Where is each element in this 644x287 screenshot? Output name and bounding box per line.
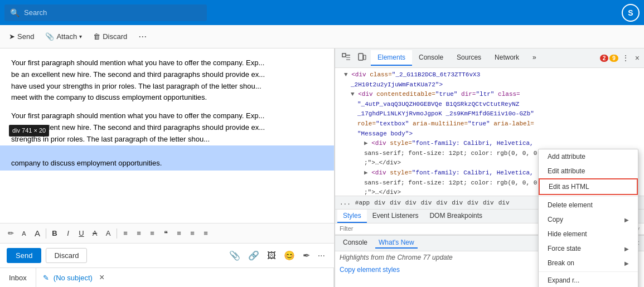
breadcrumb-div-1[interactable]: div [374, 200, 385, 206]
ctx-add-attribute[interactable]: Add attribute [539, 149, 638, 164]
format-pencil-button[interactable]: ✏ [4, 227, 17, 239]
trash-icon: 🗑 [93, 32, 100, 41]
tab-event-listeners[interactable]: Event Listeners [367, 210, 424, 223]
ctx-separator-1 [539, 196, 638, 197]
ctx-expand[interactable]: Expand r... [539, 273, 638, 287]
email-toolbar: ➤ Send 📎 Attach ▾ 🗑 Discard ··· [0, 25, 644, 48]
format-align-left-button[interactable]: ≡ [119, 227, 132, 239]
breadcrumb-div-6[interactable]: div [452, 200, 463, 206]
emoji-icon-button[interactable]: 😊 [282, 248, 297, 263]
tab-whats-new[interactable]: What's New [375, 237, 418, 249]
devtools-topbar: Elements Console Sources Network » 2 9 ⋮… [335, 48, 644, 68]
ctx-delete-element[interactable]: Delete element [539, 198, 638, 212]
code-line-3[interactable]: ▼ <div contenteditable="true" dir="ltr" … [335, 90, 644, 100]
ctx-separator-2 [539, 271, 638, 272]
skype-icon[interactable]: S [622, 4, 640, 22]
selected-text-line: company to discuss employment opportunit… [0, 145, 334, 171]
format-underline-button[interactable]: U [75, 227, 88, 239]
compose-bottom-bar: Send Discard 📎 🔗 🖼 😊 ✒ ··· [0, 243, 334, 267]
format-font-size-button[interactable]: A [18, 228, 30, 239]
format-separator-1 [46, 228, 46, 239]
breadcrumb-div-9[interactable]: div [498, 200, 510, 206]
breadcrumb-div-8[interactable]: div [483, 200, 494, 206]
code-line-8[interactable]: ▶ <div style="font-family: Calibri, Helv… [335, 139, 644, 149]
format-indent-button[interactable]: ❝ [159, 227, 172, 239]
main-area: Your first paragraph should mention what… [0, 48, 644, 287]
send-button[interactable]: Send [7, 248, 41, 263]
close-tab-button[interactable]: × [99, 273, 104, 283]
context-menu: Add attribute Edit attribute Edit as HTM… [538, 149, 638, 287]
device-toggle-button[interactable] [355, 51, 369, 66]
tab-dom-breakpoints[interactable]: DOM Breakpoints [424, 210, 488, 223]
image-icon-button[interactable]: 🖼 [265, 249, 278, 263]
send-toolbar-button[interactable]: ➤ Send [4, 30, 38, 43]
ctx-edit-as-html[interactable]: Edit as HTML [539, 178, 638, 195]
subject-text: (No subject) [54, 274, 93, 282]
ctx-edit-attribute[interactable]: Edit attribute [539, 164, 638, 178]
ctx-copy[interactable]: Copy ▶ [539, 212, 638, 227]
format-strikethrough-button[interactable]: A [89, 227, 101, 239]
breadcrumb-ellipsis[interactable]: ... [340, 200, 351, 206]
email-topbar: 🔍 Search S [0, 0, 644, 25]
ctx-hide-element[interactable]: Hide element [539, 227, 638, 241]
svg-rect-0 [342, 53, 346, 57]
breadcrumb-div-3[interactable]: div [405, 200, 417, 206]
format-font-size-up-button[interactable]: A [31, 227, 43, 240]
ctx-break-on[interactable]: Break on ▶ [539, 256, 638, 270]
discard-button[interactable]: 🗑 Discard [89, 30, 132, 43]
inspect-element-button[interactable] [340, 51, 353, 66]
tab-elements[interactable]: Elements [371, 50, 412, 66]
format-list-num-button[interactable]: ≡ [186, 227, 198, 239]
format-separator-2 [117, 228, 117, 239]
element-tooltip: div 741 × 20 [9, 125, 49, 137]
ctx-force-state[interactable]: Force state ▶ [539, 241, 638, 256]
breadcrumb-app[interactable]: #app [355, 200, 370, 206]
discard-btn[interactable]: Discard [46, 248, 87, 263]
inbox-tab[interactable]: Inbox [0, 268, 36, 287]
signature-icon-button[interactable]: ✒ [301, 248, 312, 263]
tab-console[interactable]: Console [412, 50, 450, 66]
code-line-1[interactable]: ▼ <div class="_2_G11B2DCB_6t73ZTT6vX3 [335, 70, 644, 80]
tab-console-drawer[interactable]: Console [340, 237, 371, 249]
breadcrumb-div-7[interactable]: div [467, 200, 478, 206]
edit-subject-icon: ✎ [43, 274, 49, 282]
search-placeholder: Search [24, 8, 47, 17]
devtools-panel: Elements Console Sources Network » 2 9 ⋮… [335, 48, 644, 287]
devtools-more-button[interactable]: ⋮ [619, 51, 632, 65]
email-compose-area: Your first paragraph should mention what… [0, 48, 335, 287]
format-bold-button[interactable]: B [49, 227, 61, 239]
tab-styles[interactable]: Styles [337, 210, 367, 223]
send-arrow-icon: ➤ [9, 32, 15, 41]
code-line-4: "_4utP_vaqQ3UQZH0GEBVQe B1QSRkzQCtvCtutR… [335, 100, 644, 110]
subject-tab[interactable]: ✎ (No subject) × [36, 268, 334, 287]
code-line-2: _2H10t2u2yIjuWmFatKUa72"> [335, 80, 644, 90]
attach-button[interactable]: 📎 Attach ▾ [41, 30, 86, 43]
breadcrumb-div-5[interactable]: div [436, 200, 447, 206]
search-box[interactable]: 🔍 Search [4, 4, 207, 21]
format-font-color-button[interactable]: A [102, 227, 114, 239]
code-line-5: _17ghdPL1NLKYjRvmoJgpoK _2s9KmFM1fdGE1iv… [335, 109, 644, 119]
format-align-center-button[interactable]: ≡ [133, 227, 145, 239]
format-indent-more-button[interactable]: ≡ [200, 227, 212, 239]
devtools-close-button[interactable]: × [633, 51, 642, 65]
link-icon-button[interactable]: 🔗 [246, 248, 262, 263]
svg-rect-4 [359, 53, 363, 60]
more-compose-button[interactable]: ··· [316, 249, 327, 263]
code-line-7: "Message body"> [335, 129, 644, 139]
tab-sources[interactable]: Sources [450, 50, 488, 66]
format-align-right-button[interactable]: ≡ [146, 227, 158, 239]
devtools-left-icons [337, 51, 371, 66]
format-list-bullet-button[interactable]: ≡ [173, 227, 185, 239]
error-badge: 2 [600, 55, 609, 62]
attach-file-icon-button[interactable]: 📎 [227, 248, 243, 263]
email-body[interactable]: Your first paragraph should mention what… [0, 48, 334, 223]
devtools-right-icons: 2 9 ⋮ × [600, 51, 642, 65]
paragraph-1: Your first paragraph should mention what… [11, 57, 323, 104]
format-italic-button[interactable]: I [62, 227, 74, 239]
breadcrumb-div-4[interactable]: div [421, 200, 432, 206]
code-line-6: role="textbox" aria-multiline="true" ari… [335, 119, 644, 129]
tab-more[interactable]: » [526, 50, 543, 66]
breadcrumb-div-2[interactable]: div [390, 200, 401, 206]
tab-network[interactable]: Network [488, 50, 526, 66]
more-options-button[interactable]: ··· [134, 28, 151, 45]
